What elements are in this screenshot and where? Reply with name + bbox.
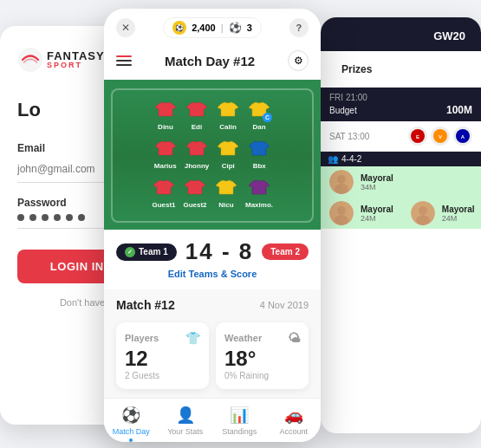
check-icon: ✓ (125, 247, 135, 257)
logo-sport: SPORT (47, 62, 105, 69)
shirt-jhonny (185, 136, 209, 160)
players-count: 12 (125, 348, 200, 369)
field-row-3: Guest1 Guest2 Nicu (116, 175, 309, 209)
nav-match-day-label: Match Day (113, 427, 150, 436)
shirt-nicu (214, 175, 238, 199)
player-edi: Edi (185, 97, 209, 131)
team-emblem-2: V (431, 127, 450, 146)
field-row-1: Dinu Edi Calin C (116, 97, 309, 131)
team2-badge: Team 2 (262, 243, 309, 260)
score-display: 14 - 8 (185, 238, 254, 265)
match-day-title: Match Day #12 (165, 54, 255, 68)
shirt-cipi (216, 136, 240, 160)
svg-text:V: V (439, 134, 442, 140)
player-row-3: Mayoral 24M (402, 198, 481, 229)
stats-header: GW20 (321, 17, 481, 51)
player-nicu: Nicu (214, 175, 238, 209)
budget-val: 100M (446, 104, 472, 116)
player-cipi: Cipi (216, 136, 240, 170)
weather-stat-card: Weather 🌤 18° 0% Raining (216, 322, 309, 389)
shirt-icon: 👕 (185, 331, 200, 345)
player-name-edi: Edi (192, 123, 202, 131)
logo-icon (17, 47, 43, 73)
prizes-button[interactable]: Prizes (329, 58, 384, 81)
nav-standings[interactable]: 📊 Standings (212, 406, 267, 442)
shirt-dan: C (247, 97, 271, 121)
player-name-dinu: Dinu (158, 123, 173, 131)
player-avatar-3 (411, 201, 435, 225)
shirt-maximo (247, 175, 271, 199)
player-maximo: Maximo. (245, 175, 273, 209)
player-name-guest2: Guest2 (183, 201, 206, 209)
stats-cards-row: Players 👕 12 2 Guests Weather 🌤 18° 0% R… (104, 317, 321, 398)
shirt-bbx (247, 136, 271, 160)
help-button[interactable]: ? (289, 18, 309, 37)
nav-your-stats-label: Your Stats (167, 427, 203, 436)
nav-your-stats[interactable]: 👤 Your Stats (159, 406, 213, 442)
shirt-edi (185, 97, 209, 121)
player-name-maximo: Maximo. (245, 201, 273, 209)
match-time-fri: FRI 21:00 (329, 93, 472, 102)
player-name-dan: Dan (252, 123, 265, 131)
player1-val: 34M (361, 183, 393, 192)
score-row: ✓ Team 1 14 - 8 Team 2 (116, 238, 309, 265)
match-number: Match #12 (116, 298, 175, 312)
player3-name: Mayoral (442, 205, 475, 214)
nav-standings-label: Standings (222, 427, 257, 436)
player-guest1: Guest1 (152, 175, 176, 209)
coin-icon: ⚽ (172, 21, 186, 35)
players-card-title: Players 👕 (125, 331, 200, 345)
standings-icon: 📊 (230, 406, 249, 425)
shirt-guest2 (183, 175, 207, 199)
shirt-guest1 (152, 175, 176, 199)
match-info-row: Match #12 4 Nov 2019 (104, 289, 321, 317)
svg-point-8 (337, 175, 346, 184)
svg-point-11 (337, 206, 346, 215)
match-time-sat: SAT 13:00 (329, 132, 369, 141)
hamburger-menu[interactable] (116, 55, 132, 66)
player-name-bbx: Bbx (253, 162, 266, 170)
gear-icon[interactable]: ⚙ (288, 50, 309, 71)
team-emblem-1: E (408, 127, 427, 146)
hamburger-line-3 (116, 64, 132, 66)
field-row-2: Marius Jhonny Cipi (116, 136, 309, 170)
player1-name: Mayoral (361, 173, 393, 183)
stats-icon: 👤 (176, 406, 195, 425)
captain-badge: C (263, 113, 272, 122)
coin-amount: 2,400 (192, 23, 216, 33)
hamburger-line-2 (116, 60, 132, 62)
match-day-header: Match Day #12 ⚙ (104, 45, 321, 80)
match-row-dark: FRI 21:00 Budget 100M (321, 88, 481, 121)
nav-account[interactable]: 🚗 Account (267, 406, 322, 442)
weather-val: 18° (224, 348, 300, 369)
phone-card: ✕ ⚽ 2,400 | ⚽ 3 ? Match Day #12 ⚙ (104, 9, 321, 442)
player-bbx: Bbx (247, 136, 271, 170)
player-dan: C Dan (247, 97, 271, 131)
players-sub: 2 Guests (125, 371, 200, 380)
hamburger-line-1 (116, 55, 132, 57)
edit-teams-link[interactable]: Edit Teams & Score (116, 265, 309, 282)
account-icon: 🚗 (284, 406, 303, 425)
close-button[interactable]: ✕ (116, 18, 135, 37)
player-name-marius: Marius (154, 162, 177, 170)
weather-icon: 🌤 (288, 331, 300, 345)
player-row-1: Mayoral 34M (321, 166, 481, 198)
shirt-calin (216, 97, 240, 121)
svg-text:A: A (461, 134, 465, 140)
shirt-dinu (153, 97, 178, 121)
gw-label: GW20 (433, 29, 465, 42)
stats-card: GW20 Prizes FRI 21:00 Budget 100M SAT 13… (321, 17, 481, 433)
match-date: 4 Nov 2019 (260, 300, 309, 310)
player2-val: 24M (361, 214, 393, 223)
player-calin: Calin (216, 97, 240, 131)
weather-sub: 0% Raining (224, 371, 300, 380)
field-inner: Dinu Edi Calin C (111, 88, 314, 223)
weather-card-title: Weather 🌤 (224, 331, 300, 345)
coin-badge: ⚽ 2,400 | ⚽ 3 (163, 17, 262, 38)
player-dinu: Dinu (153, 97, 178, 131)
nav-match-day[interactable]: ⚽ Match Day (104, 406, 159, 442)
budget-label: Budget (329, 106, 357, 115)
svg-point-15 (416, 215, 430, 225)
score-separator: - (222, 238, 239, 264)
player-guest2: Guest2 (183, 175, 207, 209)
